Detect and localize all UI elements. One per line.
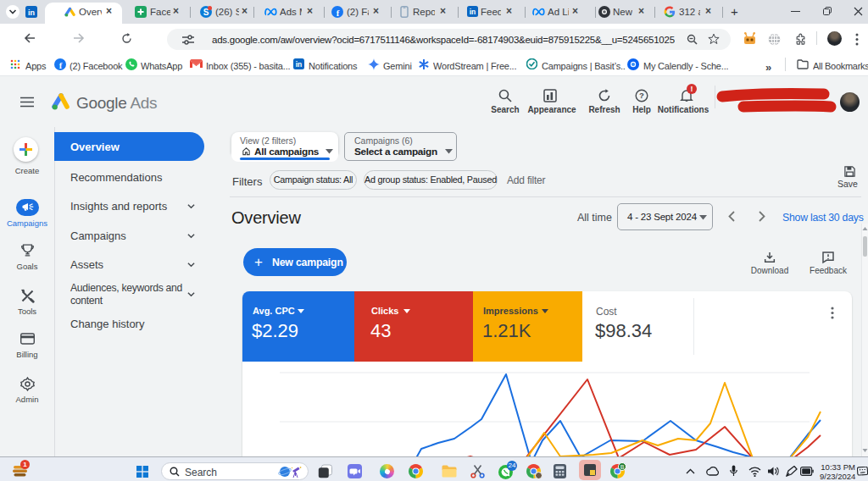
svg-text:f: f: [337, 8, 340, 18]
svg-text:in: in: [470, 8, 476, 16]
svg-text:f: f: [59, 61, 63, 70]
svg-text:?: ?: [639, 91, 644, 100]
svg-text:in: in: [296, 60, 303, 69]
svg-text:in: in: [28, 8, 35, 17]
